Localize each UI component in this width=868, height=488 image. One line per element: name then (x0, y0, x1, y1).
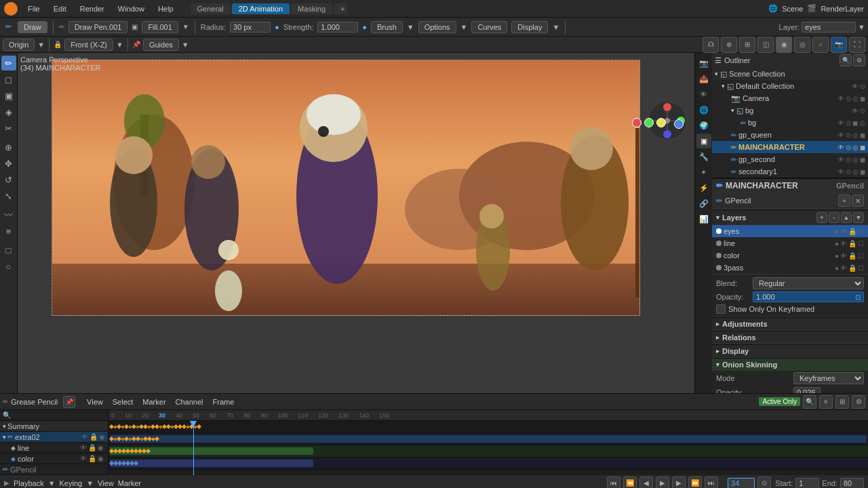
jump-start[interactable]: ⏮ (607, 476, 620, 489)
prev-keyframe[interactable]: ⏪ (623, 476, 637, 489)
line-eye[interactable]: 👁 (80, 444, 87, 451)
layer-eyes-hide[interactable]: ☐ (858, 228, 864, 235)
menu-window[interactable]: Window (115, 3, 148, 14)
prop-tab-render[interactable]: 📷 (696, 56, 711, 70)
gpencil-unlink[interactable]: ✕ (852, 195, 864, 207)
workspace-general[interactable]: General (191, 3, 231, 14)
move-tool[interactable]: ✥ (1, 156, 16, 171)
color-dot-yellow[interactable] (656, 118, 666, 127)
show-only-keyframed-checkbox[interactable] (716, 304, 726, 314)
onion-opacity-input[interactable] (793, 387, 821, 393)
cursor-tool[interactable]: ⊕ (1, 140, 16, 155)
bg-collection-row[interactable]: ▾ ◱ bg 👁 ⊙ (712, 104, 868, 117)
workspace-2d-animation[interactable]: 2D Animation (232, 3, 290, 14)
playback-mode[interactable]: Playback (14, 479, 44, 487)
color-dot-blue[interactable] (674, 119, 684, 129)
bg-eye[interactable]: 👁 (852, 107, 859, 115)
color-label-row[interactable]: ◆ color 👁 🔒 ◉ (0, 453, 108, 464)
bg-gp-restrict[interactable]: ◎ (859, 119, 865, 127)
origin-button[interactable]: Origin (3, 39, 35, 51)
xray-toggle[interactable]: ◫ (757, 37, 774, 53)
camera-restrict[interactable]: ◼ (860, 95, 865, 102)
next-keyframe[interactable]: ⏩ (688, 476, 702, 489)
opacity-input[interactable]: 1.000 ⊡ (753, 291, 864, 302)
queen-restrict[interactable]: ◼ (860, 131, 865, 139)
camera-render[interactable]: ◎ (852, 95, 859, 102)
erase-tool[interactable]: ◻ (1, 72, 16, 87)
second-restrict[interactable]: ◼ (860, 156, 865, 163)
draw-tool[interactable]: ✏ (1, 56, 16, 70)
brush-button[interactable]: Brush (371, 21, 403, 33)
layer-move-up[interactable]: ▲ (841, 212, 852, 223)
play-button[interactable]: ▶ (656, 476, 669, 489)
prop-tab-data[interactable]: 📊 (696, 211, 711, 226)
second-eye[interactable]: 👁 (837, 156, 844, 163)
prop-tab-view[interactable]: 👁 (696, 87, 711, 102)
snap-toggle[interactable]: ⊞ (739, 37, 755, 53)
timeline-select[interactable]: Select (109, 396, 137, 407)
line-restrict[interactable]: ◉ (98, 444, 104, 451)
main-eye[interactable]: 👁 (837, 144, 844, 151)
frame-sync[interactable]: ⊙ (757, 476, 771, 489)
onion-skinning-header[interactable]: ▾ Onion Skinning (712, 358, 868, 371)
end-frame-input[interactable] (840, 478, 864, 489)
material-mode[interactable]: ◎ (794, 37, 810, 53)
menu-edit[interactable]: Edit (50, 3, 70, 14)
line-lock[interactable]: 🔒 (88, 444, 96, 451)
display-header[interactable]: ▸ Display (712, 344, 868, 357)
color-lock[interactable]: 🔒 (88, 455, 96, 462)
menu-file[interactable]: File (24, 3, 43, 14)
layer-eyes[interactable]: eyes ● 👁 🔒 ☐ (712, 225, 868, 237)
prop-tab-particles[interactable]: ✦ (696, 165, 711, 180)
layer-line-lock[interactable]: 🔒 (848, 240, 856, 247)
radius-input[interactable] (230, 22, 271, 33)
start-frame-input[interactable] (795, 478, 819, 489)
cutter-tool[interactable]: ✂ (1, 121, 16, 136)
overlay-toggle[interactable]: ☊ (703, 37, 719, 53)
strength-input[interactable] (317, 22, 358, 33)
scale-tool[interactable]: ⤡ (1, 188, 16, 203)
gpencil-new[interactable]: + (838, 195, 850, 207)
sec1-restrict[interactable]: ◼ (860, 168, 865, 176)
sec1-select[interactable]: ⊙ (846, 168, 851, 176)
smooth-tool[interactable]: 〰 (1, 207, 16, 222)
layer-3pass-eye[interactable]: 👁 (840, 264, 847, 272)
timeline-search[interactable]: 🔍 (803, 395, 816, 409)
timeline-marker[interactable]: Marker (139, 396, 169, 407)
current-frame-input[interactable] (728, 478, 755, 489)
second-render[interactable]: ◎ (852, 156, 859, 163)
queen-render[interactable]: ◎ (852, 131, 859, 139)
layer-color-hide[interactable]: ☐ (858, 252, 864, 260)
layer-3pass-lock[interactable]: 🔒 (848, 264, 856, 272)
bg-gpencil-row[interactable]: ✏ bg 👁 ⊙ ◼ ◎ (712, 117, 868, 129)
maincharacter-row[interactable]: ✏ MAINCHARACTER 👁 ⊙ ◎ ◼ (712, 141, 868, 153)
fill-name[interactable]: Fill.001 (142, 21, 178, 33)
active-only-badge[interactable]: Active Only (759, 397, 800, 406)
timeline-collapse[interactable]: ⊞ (835, 395, 849, 409)
keying-mode[interactable]: Keying (60, 479, 83, 487)
bg-gp-select[interactable]: ⊙ (846, 119, 851, 127)
guides-button[interactable]: Guides (143, 39, 179, 51)
onion-mode-select[interactable]: Keyframes (793, 372, 864, 384)
color-eye[interactable]: 👁 (80, 455, 87, 462)
layer-move-down[interactable]: ▼ (853, 212, 864, 223)
layers-header[interactable]: ▾ Layers + - ▲ ▼ (712, 209, 868, 225)
curves-button[interactable]: Curves (471, 21, 507, 33)
camera-row[interactable]: 📷 Camera 👁 ⊙ ◎ ◼ (712, 92, 868, 104)
main-restrict[interactable]: ◼ (860, 144, 865, 151)
marker-btn[interactable]: Marker (118, 479, 141, 487)
collection-restrict[interactable]: ⊙ (860, 83, 865, 90)
sec1-eye[interactable]: 👁 (837, 168, 844, 176)
layer-input[interactable] (802, 22, 856, 33)
outliner-filter[interactable]: 🔍 (840, 54, 852, 66)
prop-tab-output[interactable]: 📤 (696, 71, 711, 86)
circle-tool[interactable]: ○ (1, 259, 16, 274)
fullscreen-toggle[interactable]: ⛶ (849, 37, 865, 53)
menu-render[interactable]: Render (77, 3, 108, 14)
prop-tab-physics[interactable]: ⚡ (696, 180, 711, 195)
extra02-eye[interactable]: 👁 (81, 433, 88, 441)
gp-queen-row[interactable]: ✏ gp_queen 👁 ⊙ ◎ ◼ (712, 129, 868, 141)
view-button[interactable]: Front (X-Z) (64, 39, 113, 51)
workspace-masking[interactable]: Masking (291, 3, 332, 14)
scene-name[interactable]: Scene (782, 5, 803, 13)
